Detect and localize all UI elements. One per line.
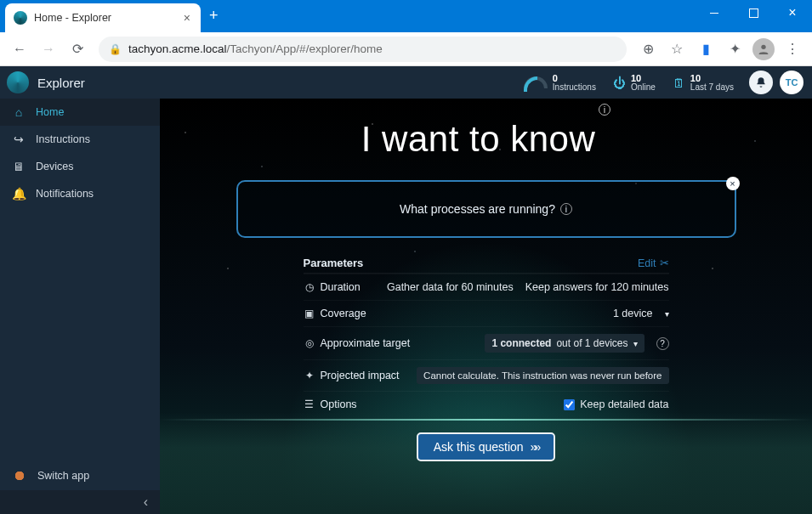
target-dropdown[interactable]: 1 connected out of 1 devices▾ bbox=[485, 334, 644, 353]
clock-icon: ◷ bbox=[304, 281, 315, 293]
app-logo-icon bbox=[7, 71, 29, 93]
chevron-down-icon: ▾ bbox=[633, 339, 638, 348]
bell-icon bbox=[755, 76, 767, 88]
coverage-label: Coverage bbox=[321, 308, 366, 319]
instructions-stat[interactable]: 0Instructions bbox=[515, 71, 605, 95]
online-value: 10 bbox=[631, 74, 656, 83]
power-icon: ⏻ bbox=[613, 76, 626, 90]
instructions-label: Instructions bbox=[553, 83, 596, 92]
window-controls: × bbox=[695, 0, 812, 25]
keep-detailed-input[interactable] bbox=[564, 399, 575, 410]
list-icon: ☰ bbox=[304, 398, 315, 410]
send-icon: ↪ bbox=[12, 133, 26, 146]
period-value: 10 bbox=[690, 74, 734, 83]
forward-button[interactable]: → bbox=[36, 37, 61, 62]
calendar-icon: 🗓 bbox=[673, 76, 685, 90]
sidebar-item-instructions[interactable]: ↪Instructions bbox=[0, 126, 160, 153]
target-total: out of 1 devices bbox=[556, 337, 627, 349]
chat-icon[interactable]: ▮ bbox=[693, 37, 718, 62]
sidebar: ⌂Home ↪Instructions 🖥Devices 🔔Notificati… bbox=[0, 99, 160, 514]
sidebar-item-home[interactable]: ⌂Home bbox=[0, 99, 160, 126]
browser-tab[interactable]: Home - Explorer × bbox=[5, 3, 201, 32]
sidebar-item-devices[interactable]: 🖥Devices bbox=[0, 153, 160, 180]
parameters-panel: Parameters Edit ✂ ◷Duration Gather data … bbox=[304, 253, 669, 417]
param-row-options: ☰Options Keep detailed data bbox=[304, 391, 669, 417]
switch-app-icon bbox=[12, 468, 27, 483]
gauge-icon bbox=[524, 76, 548, 88]
sidebar-collapse-button[interactable]: ‹ bbox=[0, 490, 160, 514]
avatar-icon bbox=[752, 38, 775, 60]
minimize-button[interactable] bbox=[695, 0, 734, 25]
switch-app-button[interactable]: Switch app bbox=[0, 461, 160, 490]
svg-point-0 bbox=[761, 44, 765, 48]
user-avatar[interactable]: TC bbox=[780, 71, 803, 94]
target-connected: 1 connected bbox=[491, 337, 551, 349]
param-row-target: ◎Approximate target 1 connected out of 1… bbox=[304, 326, 669, 359]
app-header: Explorer 0Instructions ⏻ 10Online 🗓 10La… bbox=[0, 66, 812, 99]
close-window-button[interactable]: × bbox=[773, 0, 812, 25]
browser-toolbar: ← → ⟳ 🔒 tachyon.acme.local/Tachyon/App/#… bbox=[0, 32, 812, 66]
online-label: Online bbox=[631, 83, 656, 92]
sidebar-item-notifications[interactable]: 🔔Notifications bbox=[0, 180, 160, 207]
scissors-icon: ✂ bbox=[660, 257, 669, 269]
instructions-value: 0 bbox=[553, 74, 596, 83]
browser-menu-button[interactable]: ⋮ bbox=[780, 37, 805, 62]
sidebar-label-notifications: Notifications bbox=[36, 188, 94, 200]
hero-info-icon[interactable]: i bbox=[599, 104, 610, 116]
app-title: Explorer bbox=[37, 76, 85, 90]
sidebar-label-devices: Devices bbox=[36, 161, 73, 172]
duration-keep: Keep answers for 120 minutes bbox=[525, 281, 669, 293]
new-tab-button[interactable]: + bbox=[209, 7, 219, 25]
param-row-duration: ◷Duration Gather data for 60 minutesKeep… bbox=[304, 274, 669, 300]
coverage-dropdown[interactable]: 1 device▾ bbox=[613, 308, 669, 319]
url-domain: tachyon.acme.local bbox=[128, 42, 227, 55]
target-label: Approximate target bbox=[321, 337, 411, 349]
bookmark-icon[interactable]: ☆ bbox=[664, 37, 690, 62]
options-label: Options bbox=[321, 398, 357, 410]
question-text: What processes are running? bbox=[400, 202, 555, 216]
chevron-left-icon: ‹ bbox=[144, 494, 148, 510]
question-clear-button[interactable]: × bbox=[726, 177, 740, 190]
reload-button[interactable]: ⟳ bbox=[65, 37, 90, 62]
chevron-down-icon: ▾ bbox=[665, 309, 669, 319]
window-titlebar: Home - Explorer × + × bbox=[0, 0, 812, 32]
lock-icon: 🔒 bbox=[109, 43, 122, 55]
edit-parameters-button[interactable]: Edit ✂ bbox=[638, 257, 669, 269]
extensions-icon[interactable]: ✦ bbox=[722, 37, 747, 62]
glow-decoration bbox=[160, 419, 812, 421]
duration-gather: Gather data for 60 minutes bbox=[387, 281, 514, 293]
coverage-icon: ▣ bbox=[304, 308, 315, 319]
tab-title: Home - Explorer bbox=[34, 12, 111, 24]
coverage-value: 1 device bbox=[613, 308, 653, 319]
period-label: Last 7 days bbox=[690, 83, 734, 92]
back-button[interactable]: ← bbox=[7, 37, 32, 62]
target-info-icon[interactable]: ? bbox=[656, 337, 669, 350]
impact-label: Projected impact bbox=[321, 370, 400, 381]
user-initials: TC bbox=[786, 77, 798, 88]
ask-question-button[interactable]: Ask this question»» bbox=[417, 432, 555, 461]
wand-icon: ✦ bbox=[304, 370, 315, 381]
app-root: Explorer 0Instructions ⏻ 10Online 🗓 10La… bbox=[0, 66, 812, 514]
keep-detailed-checkbox[interactable]: Keep detailed data bbox=[564, 398, 668, 410]
arrows-icon: »» bbox=[531, 440, 539, 454]
profile-button[interactable] bbox=[751, 37, 776, 62]
hero-title: I want to knowi bbox=[160, 99, 812, 160]
question-info-icon[interactable]: i bbox=[560, 203, 572, 215]
online-stat[interactable]: ⏻ 10Online bbox=[605, 71, 664, 95]
parameters-title: Parameters bbox=[304, 257, 364, 269]
url-path: /Tachyon/App/#/explorer/home bbox=[227, 42, 383, 55]
switch-app-label: Switch app bbox=[37, 470, 89, 482]
period-stat[interactable]: 🗓 10Last 7 days bbox=[664, 71, 742, 95]
maximize-button[interactable] bbox=[734, 0, 773, 25]
question-input[interactable]: What processes are running? i × bbox=[236, 180, 736, 238]
tab-close-button[interactable]: × bbox=[184, 11, 190, 25]
bell-outline-icon: 🔔 bbox=[12, 187, 26, 201]
address-bar[interactable]: 🔒 tachyon.acme.local/Tachyon/App/#/explo… bbox=[99, 37, 627, 62]
horizon-decoration bbox=[160, 412, 812, 514]
param-row-impact: ✦Projected impact Cannot calculate. This… bbox=[304, 359, 669, 391]
notifications-button[interactable] bbox=[749, 71, 773, 94]
home-icon: ⌂ bbox=[12, 105, 26, 119]
sidebar-label-home: Home bbox=[36, 106, 64, 118]
zoom-icon[interactable]: ⊕ bbox=[635, 37, 661, 62]
favicon-icon bbox=[14, 11, 27, 25]
